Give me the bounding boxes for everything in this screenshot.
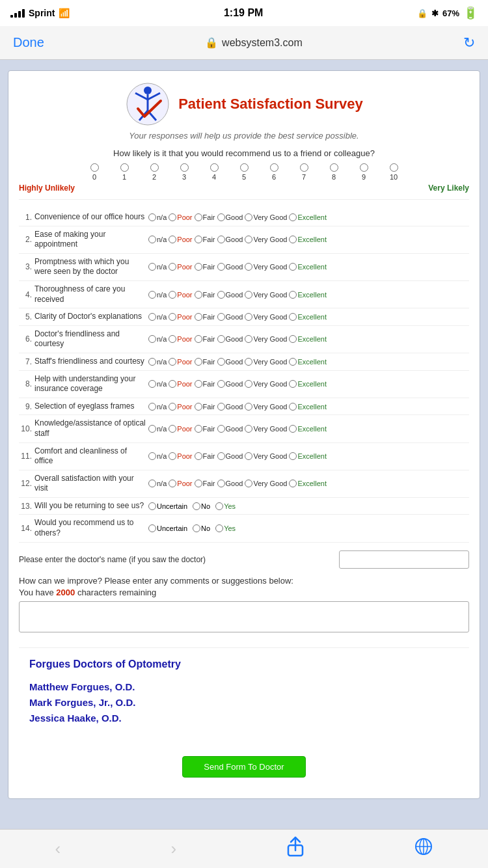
q6-opt-excellent[interactable]: Excellent (289, 335, 327, 343)
q6-opt-very-good[interactable]: Very Good (245, 335, 287, 343)
q5-opt-fair[interactable]: Fair (195, 313, 215, 321)
q7-opt-excellent[interactable]: Excellent (289, 358, 327, 366)
q3-opt-n/a[interactable]: n/a (148, 263, 167, 271)
nps-option-9[interactable]: 9 (349, 163, 379, 181)
q13-no[interactable]: No (193, 502, 210, 510)
q8-opt-excellent[interactable]: Excellent (289, 380, 327, 388)
q3-opt-good[interactable]: Good (217, 263, 243, 271)
bookmarks-button[interactable] (414, 837, 433, 860)
q4-opt-n/a[interactable]: n/a (148, 291, 167, 299)
q11-opt-very-good[interactable]: Very Good (245, 452, 287, 460)
nps-option-5[interactable]: 5 (229, 163, 259, 181)
q14-no[interactable]: No (193, 524, 210, 532)
comments-textarea[interactable] (19, 601, 469, 632)
q10-opt-n/a[interactable]: n/a (148, 425, 167, 433)
q4-opt-fair[interactable]: Fair (195, 291, 215, 299)
q7-opt-good[interactable]: Good (217, 358, 243, 366)
nps-option-4[interactable]: 4 (199, 163, 229, 181)
q3-opt-fair[interactable]: Fair (195, 263, 215, 271)
q13-uncertain[interactable]: Uncertain (148, 502, 187, 510)
q8-opt-good[interactable]: Good (217, 380, 243, 388)
q12-opt-n/a[interactable]: n/a (148, 480, 167, 487)
q8-opt-fair[interactable]: Fair (195, 380, 215, 388)
q1-opt-very-good[interactable]: Very Good (245, 213, 287, 221)
url-bar[interactable]: 🔒 websystem3.com (205, 36, 303, 49)
q5-opt-excellent[interactable]: Excellent (289, 313, 327, 321)
q4-opt-poor[interactable]: Poor (169, 291, 192, 299)
done-button[interactable]: Done (13, 35, 44, 50)
q11-opt-excellent[interactable]: Excellent (289, 452, 327, 460)
back-button[interactable]: ‹ (55, 839, 61, 859)
forward-button[interactable]: › (170, 839, 176, 859)
nps-option-1[interactable]: 1 (109, 163, 139, 181)
q5-opt-very-good[interactable]: Very Good (245, 313, 287, 321)
q1-opt-n/a[interactable]: n/a (148, 213, 167, 221)
q12-opt-fair[interactable]: Fair (195, 480, 215, 487)
q7-opt-fair[interactable]: Fair (195, 358, 215, 366)
doctor-name-input[interactable] (339, 550, 469, 569)
q3-opt-poor[interactable]: Poor (169, 263, 192, 271)
nps-option-6[interactable]: 6 (259, 163, 289, 181)
q1-opt-fair[interactable]: Fair (195, 213, 215, 221)
nps-option-3[interactable]: 3 (169, 163, 199, 181)
q6-opt-poor[interactable]: Poor (169, 335, 192, 343)
q2-opt-n/a[interactable]: n/a (148, 236, 167, 243)
q2-opt-good[interactable]: Good (217, 236, 243, 243)
nps-option-10[interactable]: 10 (379, 163, 409, 181)
q11-opt-poor[interactable]: Poor (169, 452, 192, 460)
q8-opt-very-good[interactable]: Very Good (245, 380, 287, 388)
q11-opt-n/a[interactable]: n/a (148, 452, 167, 460)
q4-opt-very-good[interactable]: Very Good (245, 291, 287, 299)
q10-opt-good[interactable]: Good (217, 425, 243, 433)
nps-option-7[interactable]: 7 (289, 163, 319, 181)
q12-opt-poor[interactable]: Poor (169, 480, 192, 487)
q14-uncertain[interactable]: Uncertain (148, 524, 187, 532)
q9-opt-very-good[interactable]: Very Good (245, 403, 287, 411)
q1-opt-excellent[interactable]: Excellent (289, 213, 327, 221)
q3-opt-very-good[interactable]: Very Good (245, 263, 287, 271)
q6-opt-good[interactable]: Good (217, 335, 243, 343)
q7-opt-very-good[interactable]: Very Good (245, 358, 287, 366)
q5-opt-good[interactable]: Good (217, 313, 243, 321)
q10-opt-fair[interactable]: Fair (195, 425, 215, 433)
q8-opt-poor[interactable]: Poor (169, 380, 192, 388)
q10-opt-very-good[interactable]: Very Good (245, 425, 287, 433)
q9-opt-n/a[interactable]: n/a (148, 403, 167, 411)
q1-opt-poor[interactable]: Poor (169, 213, 192, 221)
q5-opt-n/a[interactable]: n/a (148, 313, 167, 321)
q9-opt-excellent[interactable]: Excellent (289, 403, 327, 411)
q10-opt-poor[interactable]: Poor (169, 425, 192, 433)
q12-opt-good[interactable]: Good (217, 480, 243, 487)
q4-opt-excellent[interactable]: Excellent (289, 291, 327, 299)
nps-option-2[interactable]: 2 (139, 163, 169, 181)
q10-opt-excellent[interactable]: Excellent (289, 425, 327, 433)
q7-opt-n/a[interactable]: n/a (148, 358, 167, 366)
q2-opt-very-good[interactable]: Very Good (245, 236, 287, 243)
q9-opt-fair[interactable]: Fair (195, 403, 215, 411)
reload-button[interactable]: ↻ (463, 34, 475, 51)
q11-opt-good[interactable]: Good (217, 452, 243, 460)
q3-opt-excellent[interactable]: Excellent (289, 263, 327, 271)
q2-opt-excellent[interactable]: Excellent (289, 236, 327, 243)
q11-opt-fair[interactable]: Fair (195, 452, 215, 460)
q6-opt-n/a[interactable]: n/a (148, 335, 167, 343)
nps-option-0[interactable]: 0 (79, 163, 109, 181)
q13-yes[interactable]: Yes (215, 502, 236, 510)
q5-opt-poor[interactable]: Poor (169, 313, 192, 321)
q7-opt-poor[interactable]: Poor (169, 358, 192, 366)
q1-opt-good[interactable]: Good (217, 213, 243, 221)
q6-opt-fair[interactable]: Fair (195, 335, 215, 343)
share-button[interactable] (286, 836, 305, 861)
q4-opt-good[interactable]: Good (217, 291, 243, 299)
nps-option-8[interactable]: 8 (319, 163, 349, 181)
q2-opt-poor[interactable]: Poor (169, 236, 192, 243)
q12-opt-excellent[interactable]: Excellent (289, 480, 327, 487)
q14-yes[interactable]: Yes (215, 524, 236, 532)
q9-opt-poor[interactable]: Poor (169, 403, 192, 411)
q12-opt-very-good[interactable]: Very Good (245, 480, 287, 487)
q2-opt-fair[interactable]: Fair (195, 236, 215, 243)
q8-opt-n/a[interactable]: n/a (148, 380, 167, 388)
q9-opt-good[interactable]: Good (217, 403, 243, 411)
submit-button[interactable]: Send Form To Doctor (182, 756, 305, 778)
q3-options: n/aPoorFairGoodVery GoodExcellent (147, 253, 469, 280)
